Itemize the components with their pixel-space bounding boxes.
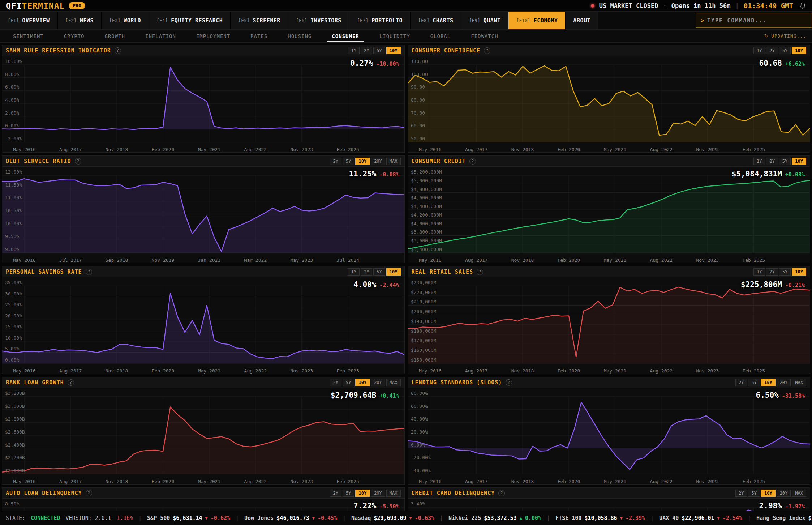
svg-text:Feb 2025: Feb 2025	[336, 368, 359, 374]
menu-item-world[interactable]: [F3]WORLD	[102, 12, 149, 29]
timeframe-max-button[interactable]: MAX	[792, 379, 806, 386]
menu-item-economy[interactable]: [F10]ECONOMY	[508, 12, 566, 29]
timeframe-20y-button[interactable]: 20Y	[371, 490, 385, 497]
help-icon[interactable]: ?	[498, 490, 505, 496]
command-input[interactable]: > TYPE COMMAND...	[696, 13, 812, 28]
timeframe-5y-button[interactable]: 5Y	[779, 47, 791, 54]
svg-text:Feb 2020: Feb 2020	[152, 147, 175, 152]
help-icon[interactable]: ?	[506, 379, 512, 386]
svg-text:$2,000B: $2,000B	[5, 468, 25, 473]
menu-item-quant[interactable]: [F9]QUANT	[461, 12, 509, 29]
panel-change: -0.08%	[379, 171, 399, 178]
help-icon[interactable]: ?	[75, 158, 81, 165]
help-icon[interactable]: ?	[86, 269, 92, 275]
menu-item-screener[interactable]: [F5]SCREENER	[231, 12, 288, 29]
timeframe-10y-button[interactable]: 10Y	[792, 47, 806, 54]
menu-item-about[interactable]: ABOUT	[566, 12, 598, 29]
timeframe-5y-button[interactable]: 5Y	[373, 268, 385, 276]
svg-text:Nov 2018: Nov 2018	[106, 368, 128, 374]
timeframe-10y-button[interactable]: 10Y	[761, 490, 776, 497]
timeframe-1y-button[interactable]: 1Y	[753, 158, 765, 165]
timeframe-2y-button[interactable]: 2Y	[330, 379, 341, 386]
subtab-rates[interactable]: RATES	[240, 30, 278, 42]
timeframe-5y-button[interactable]: 5Y	[779, 268, 791, 276]
timeframe-5y-button[interactable]: 5Y	[343, 490, 354, 497]
subtab-housing[interactable]: HOUSING	[278, 30, 322, 42]
subtab-crypto[interactable]: CRYPTO	[54, 30, 95, 42]
timeframe-2y-button[interactable]: 2Y	[735, 379, 747, 386]
timeframe-2y-button[interactable]: 2Y	[330, 490, 341, 497]
subtab-employment[interactable]: EMPLOYMENT	[186, 30, 240, 42]
timeframe-max-button[interactable]: MAX	[792, 490, 806, 497]
timeframe-20y-button[interactable]: 20Y	[371, 158, 385, 165]
svg-text:May 2021: May 2021	[603, 368, 626, 374]
timeframe-2y-button[interactable]: 2Y	[735, 490, 747, 497]
timeframe-1y-button[interactable]: 1Y	[753, 268, 765, 276]
subtab-liquidity[interactable]: LIQUIDITY	[369, 30, 420, 42]
menu-item-overview[interactable]: [F1]OVERVIEW	[0, 12, 58, 29]
subtab-inflation[interactable]: INFLATION	[135, 30, 186, 42]
timeframe-20y-button[interactable]: 20Y	[371, 379, 385, 386]
subtab-sentiment[interactable]: SENTIMENT	[3, 30, 54, 42]
timeframe-2y-button[interactable]: 2Y	[766, 47, 778, 54]
value-overlay: $2,709.64B +0.41%	[331, 391, 399, 400]
timeframe-5y-button[interactable]: 5Y	[779, 158, 791, 165]
chart-canvas[interactable]: May 2016Aug 2017Nov 2018Feb 2020May 2021…	[2, 56, 404, 153]
help-icon[interactable]: ?	[469, 158, 476, 165]
chart-canvas[interactable]: May 2016Aug 2017Nov 2018Feb 2020May 2021…	[2, 277, 404, 374]
timeframe-2y-button[interactable]: 2Y	[361, 268, 372, 276]
timeframe-2y-button[interactable]: 2Y	[766, 158, 778, 165]
menu-item-news[interactable]: [F2]NEWS	[58, 12, 102, 29]
help-icon[interactable]: ?	[68, 379, 74, 386]
bell-icon[interactable]	[799, 2, 806, 9]
timeframe-10y-button[interactable]: 10Y	[792, 268, 806, 276]
help-icon[interactable]: ?	[484, 47, 490, 54]
timeframe-5y-button[interactable]: 5Y	[373, 47, 385, 54]
svg-text:15.00%: 15.00%	[5, 324, 22, 329]
chart-canvas[interactable]: May 2016Jul 2017Sep 2018Nov 2019Jan 2021…	[2, 167, 404, 263]
chart-canvas[interactable]: May 2016Aug 2017Nov 2018Feb 2020May 2021…	[408, 167, 810, 263]
subtab-global[interactable]: GLOBAL	[420, 30, 461, 42]
chart-canvas[interactable]: May 2016Aug 2017Nov 2018Feb 2020May 2021…	[408, 56, 810, 153]
chart-canvas[interactable]: May 2016Aug 2017Nov 2018Feb 2020May 2021…	[408, 499, 810, 511]
timeframe-10y-button[interactable]: 10Y	[761, 379, 776, 386]
timeframe-10y-button[interactable]: 10Y	[792, 158, 806, 165]
chart-canvas[interactable]: May 2016Aug 2017Nov 2018Feb 2020May 2021…	[2, 388, 404, 485]
timeframe-max-button[interactable]: MAX	[386, 379, 401, 386]
svg-text:Aug 2022: Aug 2022	[244, 147, 267, 152]
menu-item-charts[interactable]: [F8]CHARTS	[411, 12, 461, 29]
timeframe-5y-button[interactable]: 5Y	[343, 158, 354, 165]
timeframe-10y-button[interactable]: 10Y	[386, 47, 401, 54]
timeframe-2y-button[interactable]: 2Y	[766, 268, 778, 276]
timeframe-10y-button[interactable]: 10Y	[355, 379, 370, 386]
subtab-fedwatch[interactable]: FEDWATCH	[461, 30, 508, 42]
timeframe-10y-button[interactable]: 10Y	[355, 158, 370, 165]
chart-canvas[interactable]: May 2016Aug 2017Nov 2018Feb 2020May 2021…	[2, 499, 404, 511]
svg-text:May 2021: May 2021	[198, 147, 221, 152]
timeframe-5y-button[interactable]: 5Y	[343, 379, 354, 386]
subtab-consumer[interactable]: CONSUMER	[322, 30, 369, 42]
timeframe-5y-button[interactable]: 5Y	[748, 490, 760, 497]
timeframe-5y-button[interactable]: 5Y	[748, 379, 760, 386]
menu-item-investors[interactable]: [F6]INVESTORS	[288, 12, 349, 29]
menu-item-equity-research[interactable]: [F4]EQUITY RESEARCH	[149, 12, 231, 29]
timeframe-1y-button[interactable]: 1Y	[348, 268, 359, 276]
timeframe-1y-button[interactable]: 1Y	[753, 47, 765, 54]
timeframe-2y-button[interactable]: 2Y	[361, 47, 372, 54]
menu-item-portfolio[interactable]: [F7]PORTFOLIO	[349, 12, 411, 29]
timeframe-2y-button[interactable]: 2Y	[330, 158, 341, 165]
subtab-growth[interactable]: GROWTH	[94, 30, 135, 42]
timeframe-10y-button[interactable]: 10Y	[355, 490, 370, 497]
timeframe-10y-button[interactable]: 10Y	[386, 268, 401, 276]
help-icon[interactable]: ?	[86, 490, 92, 496]
timeframe-20y-button[interactable]: 20Y	[777, 379, 791, 386]
timeframe-max-button[interactable]: MAX	[386, 158, 401, 165]
chart-canvas[interactable]: May 2016Aug 2017Nov 2018Feb 2020May 2021…	[408, 388, 810, 485]
panel-value: 7.22%	[353, 501, 376, 510]
help-icon[interactable]: ?	[115, 47, 121, 54]
timeframe-1y-button[interactable]: 1Y	[348, 47, 359, 54]
timeframe-max-button[interactable]: MAX	[386, 490, 401, 497]
timeframe-20y-button[interactable]: 20Y	[777, 490, 791, 497]
help-icon[interactable]: ?	[477, 269, 483, 275]
chart-canvas[interactable]: May 2016Aug 2017Nov 2018Feb 2020May 2021…	[408, 277, 810, 374]
